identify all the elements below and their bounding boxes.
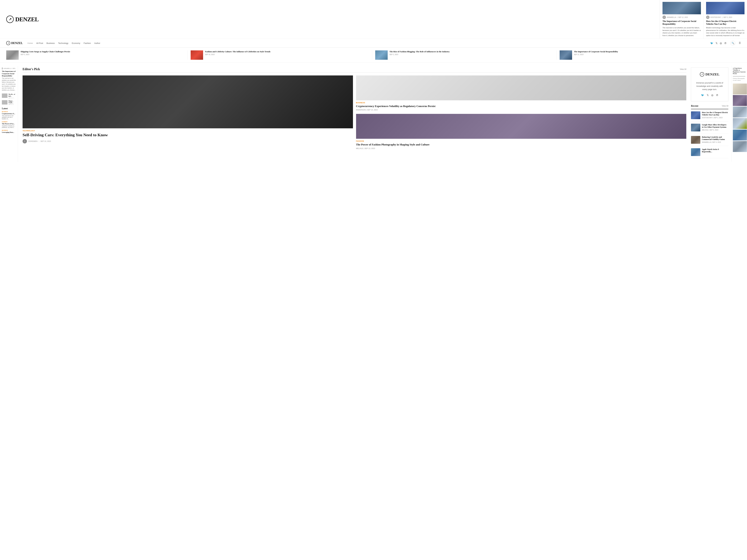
hero-card-2-img: [706, 2, 745, 14]
left-cat-1: FASHION: [2, 121, 16, 123]
editors-pick-header: Editor's Pick View All: [23, 68, 686, 73]
ticker-title-1[interactable]: Fashion and Celebrity Culture: The Influ…: [205, 50, 271, 53]
ticker-date-0: SEP 3, 2023: [21, 54, 70, 55]
recent-item-2[interactable]: Balancing Creativity and Commercial Viab…: [691, 136, 728, 146]
left-top-title[interactable]: The Importance of Corporate Social Respo…: [2, 70, 16, 77]
left-sidebar: ANNABELLA SEP... The Importance of Corpo…: [0, 66, 18, 162]
editors-side-title-1[interactable]: The Power of Fashion Photography in Shap…: [356, 143, 687, 146]
editors-main-article[interactable]: TECHNOLOGY Self-Driving Cars: Everything…: [23, 76, 353, 149]
editors-main-meta: C CERIDWEN | SEP 10, 2023: [23, 139, 353, 143]
hero-card-1-excerpt: The real test is not whether you avoid t…: [663, 26, 701, 37]
nav-economy[interactable]: Economy: [72, 42, 80, 44]
nav-links: Home All Post Business Technology Econom…: [27, 42, 100, 44]
left-latest-title-2[interactable]: Leveraging Data...: [2, 131, 16, 133]
editors-pick-view-all[interactable]: View All: [680, 68, 686, 70]
recent-item-3[interactable]: Apple Watch Series 9 Reportedly...: [691, 148, 728, 158]
recent-img-2: [691, 136, 700, 144]
editors-main-avatar: C: [23, 139, 27, 143]
promo-instagram-icon[interactable]: ◎: [711, 94, 713, 97]
recent-author-0: DOSTOEVSKY | SEP 2, 2023: [702, 117, 728, 118]
editors-side-meta-1: MELVILE | SEP 13, 2023: [356, 148, 687, 149]
nav-business[interactable]: Business: [47, 42, 55, 44]
recent-img-1: [691, 124, 700, 131]
editors-side-article-1[interactable]: FASHION The Power of Fashion Photography…: [356, 114, 687, 149]
far-right-thumb-1: [733, 95, 747, 106]
editors-side-title-0[interactable]: Cryptocurrency Experiences Volatility as…: [356, 105, 687, 108]
promo-facebook-icon[interactable]: 🐦: [701, 94, 704, 97]
right-sidebar: ↗ DENZEL Immerse yourself in a world of …: [691, 66, 731, 162]
editors-side-article-0[interactable]: BUSINESS Cryptocurrency Experiences Vola…: [356, 76, 687, 111]
ticker-item-0[interactable]: Shipping Costs Surge as Supply Chain Cha…: [6, 50, 187, 60]
editors-main-title[interactable]: Self-Driving Cars: Everything You Need t…: [23, 133, 353, 137]
nav-author[interactable]: Author: [94, 42, 100, 44]
far-right-thumb-2: [733, 107, 747, 117]
grid-menu-icon[interactable]: ⠿: [739, 42, 741, 45]
recent-title-1[interactable]: Google Must Allow Developers to Use Othe…: [702, 124, 728, 129]
left-sm-title-0: The Ri... of Infl...: [8, 94, 16, 97]
far-right-panel: cy Experiences Volatility as Regulatory …: [731, 66, 747, 162]
ticker-item-2[interactable]: The Rise of Fashion Blogging: The Role o…: [375, 50, 557, 60]
promo-pinterest-icon[interactable]: ℗: [716, 94, 718, 97]
hero-card-1-title[interactable]: The Importance of Corporate Social Respo…: [663, 20, 701, 26]
recent-section: Recent View All Here Are the 4 Cheapest …: [691, 105, 728, 158]
ticker-title-0[interactable]: Shipping Costs Surge as Supply Chain Cha…: [21, 50, 70, 53]
latest-label-left: Latest: [2, 107, 16, 110]
hero-card-1-avatar: A: [663, 16, 666, 19]
nav-home[interactable]: Home: [27, 42, 33, 44]
promo-social: 🐦 𝕏 ◎ ℗: [694, 94, 725, 97]
nav-social: 🐦 𝕏 ◎ ℗ 🔍 ⠿: [710, 41, 741, 46]
promo-logo-icon: ↗: [700, 72, 704, 77]
left-top-excerpt: The real test is not whether you avoid t…: [2, 77, 16, 91]
left-article-sm-0[interactable]: The Ri... of Infl... SEP 2, 2...: [2, 94, 16, 99]
editors-side-cat-0: BUSINESS: [356, 102, 687, 104]
ticker-title-3[interactable]: The Importance of Corporate Social Respo…: [574, 50, 618, 53]
promo-divider: [705, 79, 714, 79]
nav-logo-icon: ↗: [6, 41, 10, 45]
ticker-img-0: [6, 50, 19, 60]
navbar: ↗ DENZEL Home All Post Business Technolo…: [0, 39, 747, 48]
promo-tagline: Immerse yourself in a world of knowledge…: [694, 81, 725, 91]
hero-card-1: A ANNABELLA | SEP 12, 2023 The Importanc…: [660, 0, 703, 38]
left-top-article[interactable]: ANNABELLA SEP... The Importance of Corpo…: [2, 68, 16, 91]
recent-author-2: ANNABELLA | SEP 4, 2023: [702, 141, 728, 143]
left-avatar: [2, 68, 3, 70]
editors-side-meta-0: ANDERSON | SEP 14, 2023: [356, 109, 687, 111]
ticker-item-3[interactable]: The Importance of Corporate Social Respo…: [560, 50, 741, 60]
far-right-second: Fashion Photography in and Culture: [733, 78, 746, 81]
promo-twitter-icon[interactable]: 𝕏: [707, 94, 709, 97]
ticker-date-1: SEP 10, 2023: [205, 54, 271, 55]
left-latest-title-1[interactable]: The Power of Fas...: [2, 123, 16, 125]
ticker-title-2[interactable]: The Rise of Fashion Blogging: The Role o…: [389, 50, 450, 53]
twitter-icon[interactable]: 𝕏: [716, 42, 718, 45]
recent-title: Recent: [691, 105, 698, 107]
left-article-sm-1[interactable]: Shippi... Challe... SEP 3, 2...: [2, 100, 16, 105]
nav-fashion[interactable]: Fashion: [84, 42, 91, 44]
left-cat-0: BUSINESS: [2, 111, 16, 112]
ticker-img-1: [191, 50, 203, 60]
hero-card-1-author: A ANNABELLA | SEP 12, 2023: [663, 16, 701, 19]
editors-side-img-0: [356, 76, 687, 100]
recent-title-3[interactable]: Apple Watch Series 9 Reportedly...: [702, 148, 728, 153]
far-right-thumbnails: [733, 83, 746, 152]
nav-logo[interactable]: ↗ DENZEL: [6, 41, 23, 45]
left-latest-excerpt-0: The real test is not whether you let it …: [2, 115, 16, 119]
hero-card-2-title[interactable]: Here Are the 4 Cheapest Electric Vehicle…: [706, 20, 745, 26]
nav-technology[interactable]: Technology: [58, 42, 69, 44]
far-right-thumb-0: [733, 83, 747, 95]
instagram-icon[interactable]: ◎: [720, 42, 722, 45]
recent-item-0[interactable]: Here Are the 4 Cheapest Electric Vehicle…: [691, 111, 728, 122]
recent-item-1[interactable]: Google Must Allow Developers to Use Othe…: [691, 124, 728, 134]
left-latest-excerpt-1: Sandrine Charles w... publicist, my look…: [2, 125, 16, 128]
search-button[interactable]: 🔍: [730, 41, 735, 46]
pinterest-icon[interactable]: ℗: [724, 42, 727, 45]
recent-title-2[interactable]: Balancing Creativity and Commercial Viab…: [702, 136, 728, 141]
left-latest-title-0[interactable]: Cryptocurrency E...: [2, 113, 16, 114]
recent-title-0[interactable]: Here Are the 4 Cheapest Electric Vehicle…: [702, 111, 728, 116]
nav-all-post[interactable]: All Post: [36, 42, 43, 44]
facebook-icon[interactable]: 🐦: [710, 42, 713, 45]
recent-view-all[interactable]: View All: [722, 105, 728, 107]
ticker-item-1[interactable]: Fashion and Celebrity Culture: The Influ…: [191, 50, 372, 60]
logo-large[interactable]: ↗ DENZEL: [6, 16, 38, 23]
editors-main-category: TECHNOLOGY: [23, 130, 353, 132]
hero-card-1-img: [663, 2, 701, 14]
